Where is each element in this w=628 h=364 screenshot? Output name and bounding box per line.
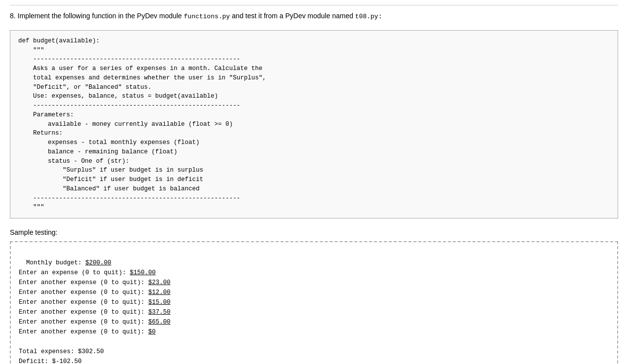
question-connector: and test it from a PyDev module named [232,12,353,20]
sample-testing-label: Sample testing: [10,228,618,236]
functions-module-inline: functions.py [184,13,230,20]
code-block: def budget(available): """ -------------… [10,30,618,218]
question-header: 8. Implement the following function in t… [10,5,618,22]
terminal-line-1: Monthly budget: $200.00 Enter an expense… [19,259,171,364]
test-module-inline: t08.py: [355,13,382,20]
question-text: Implement the following function in the … [18,12,182,20]
question-number: 8. [10,12,16,20]
terminal-block: Monthly budget: $200.00 Enter an expense… [10,241,618,364]
